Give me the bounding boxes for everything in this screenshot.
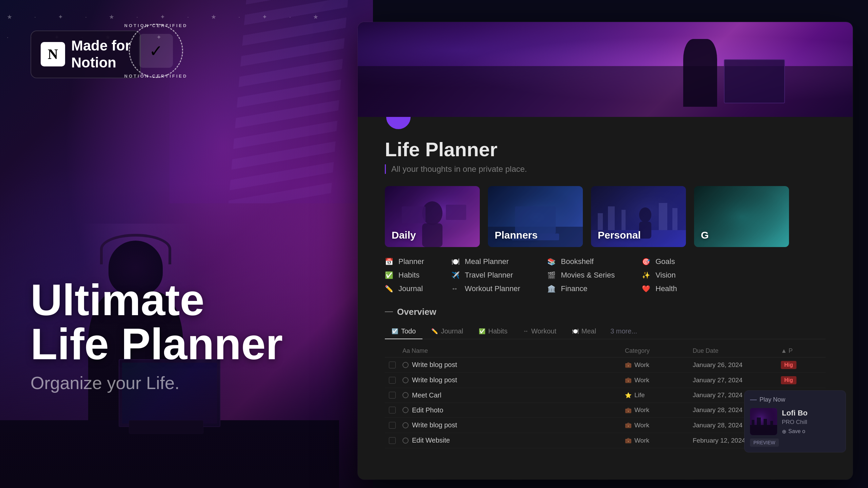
svg-rect-4 <box>446 205 466 220</box>
section-line <box>385 311 393 312</box>
overview-title: Overview <box>397 307 436 317</box>
col-priority-header: ▲ P <box>781 347 822 354</box>
overview-header: Overview <box>385 307 826 317</box>
row-priority-2: Hig <box>781 376 822 384</box>
row-name-5: Write blog post <box>402 421 625 429</box>
link-journal[interactable]: ✏️ Journal <box>385 284 424 293</box>
table-row: Write blog post 💼 Work January 27, 2024 … <box>385 373 826 388</box>
hero-title-block: Ultimate Life Planner Organize your Life… <box>31 278 283 393</box>
nav-card-label-personal: Personal <box>598 229 641 241</box>
table-header: Aa Name Category Due Date ▲ P <box>385 345 826 358</box>
nav-card-personal[interactable]: Personal <box>591 186 686 247</box>
work-icon-2: 💼 <box>625 377 632 383</box>
todo-tab-icon: ☑️ <box>392 328 398 334</box>
nav-card-label-daily: Daily <box>392 229 416 241</box>
tab-journal[interactable]: ✏️ Journal <box>425 324 470 339</box>
row-category-2: 💼 Work <box>625 377 693 384</box>
link-goals[interactable]: 🎯 Goals <box>642 257 677 266</box>
link-bookshelf[interactable]: 📚 Bookshelf <box>547 257 615 266</box>
svg-point-16 <box>639 207 651 222</box>
row-name-3: Meet Carl <box>402 391 625 399</box>
nav-card-daily[interactable]: Daily <box>385 186 480 247</box>
row-checkbox-5[interactable] <box>389 422 396 429</box>
row-name-6: Edit Website <box>402 436 625 444</box>
svg-rect-10 <box>591 186 686 230</box>
link-meal-planner[interactable]: 🍽️ Meal Planner <box>451 257 520 266</box>
link-health[interactable]: ❤️ Health <box>642 284 677 293</box>
tab-workout[interactable]: ↔️ Workout <box>516 324 563 339</box>
play-now-card: Lofi Bo PRO Chill ⊕ Save o <box>750 408 840 435</box>
tab-journal-label: Journal <box>441 327 463 335</box>
album-subtitle: PRO Chill <box>782 419 840 426</box>
travel-icon: ✈️ <box>451 271 461 279</box>
page-cover <box>358 22 853 117</box>
svg-rect-24 <box>764 419 767 427</box>
link-movies[interactable]: 🎬 Movies & Series <box>547 271 615 280</box>
link-planner[interactable]: 📅 Planner <box>385 257 424 266</box>
status-circle-1 <box>402 362 409 368</box>
certified-stamp: NOTION CERTIFIED ✓ NOTION CERTIFIED <box>129 24 183 78</box>
certified-top-label: NOTION CERTIFIED <box>124 23 188 28</box>
row-category-4: 💼 Work <box>625 406 693 414</box>
row-checkbox-3[interactable] <box>389 392 396 399</box>
certified-checkmark: ✓ <box>139 34 173 68</box>
link-meal-label: Meal Planner <box>465 257 509 266</box>
nav-card-label-planners: Planners <box>495 229 538 241</box>
album-info: Lofi Bo PRO Chill ⊕ Save o <box>782 409 840 435</box>
link-workout-planner[interactable]: ↔️ Workout Planner <box>451 284 520 293</box>
tab-habits[interactable]: ✅ Habits <box>472 324 514 339</box>
row-name-1: Write blog post <box>402 361 625 369</box>
svg-rect-13 <box>622 210 626 230</box>
row-checkbox-1[interactable] <box>389 362 396 368</box>
goals-icon: 🎯 <box>642 258 651 266</box>
link-vision[interactable]: ✨ Vision <box>642 271 677 280</box>
save-button[interactable]: ⊕ Save o <box>782 428 840 435</box>
link-travel-label: Travel Planner <box>465 271 513 280</box>
work-icon-5: 💼 <box>625 422 632 428</box>
svg-rect-11 <box>598 213 603 230</box>
vision-icon: ✨ <box>642 271 651 279</box>
page-tagline: All your thoughts in one private place. <box>385 164 826 174</box>
notion-icon: N <box>41 42 65 66</box>
tab-workout-label: Workout <box>531 327 556 335</box>
links-column-goals: 🎯 Goals ✨ Vision ❤️ Health <box>642 257 677 293</box>
album-cover <box>750 408 777 435</box>
link-travel-planner[interactable]: ✈️ Travel Planner <box>451 271 520 280</box>
tab-more[interactable]: 3 more... <box>605 324 643 339</box>
work-icon-1: 💼 <box>625 362 632 368</box>
svg-rect-25 <box>770 421 773 427</box>
svg-rect-12 <box>608 206 615 230</box>
svg-rect-17 <box>639 222 651 239</box>
play-now-line <box>750 400 757 400</box>
cover-monitor <box>724 59 785 103</box>
nav-card-planners[interactable]: Planners <box>488 186 583 247</box>
tab-habits-label: Habits <box>488 327 508 335</box>
link-finance-label: Finance <box>561 284 587 293</box>
play-now-header: Play Now <box>750 396 840 403</box>
row-category-6: 💼 Work <box>625 437 693 444</box>
tab-todo[interactable]: ☑️ Todo <box>385 324 422 339</box>
page-title: Life Planner <box>385 139 826 160</box>
row-category-3: ⭐ Life <box>625 391 693 399</box>
link-health-label: Health <box>655 284 677 293</box>
svg-rect-23 <box>757 418 761 427</box>
bookshelf-icon: 📚 <box>547 258 557 266</box>
meal-tab-icon: 🍽️ <box>572 328 579 334</box>
nav-card-goals[interactable]: G <box>694 186 789 247</box>
link-habits[interactable]: ✅ Habits <box>385 271 424 280</box>
row-checkbox-2[interactable] <box>389 377 396 384</box>
link-goals-label: Goals <box>655 257 675 266</box>
tab-meal-label: Meal <box>581 327 596 335</box>
status-circle-3 <box>402 392 409 398</box>
habits-tab-icon: ✅ <box>479 328 486 334</box>
link-workout-label: Workout Planner <box>465 284 520 293</box>
work-icon-6: 💼 <box>625 437 632 444</box>
link-finance[interactable]: 🏛️ Finance <box>547 284 615 293</box>
tab-meal[interactable]: 🍽️ Meal <box>565 324 603 339</box>
row-checkbox-6[interactable] <box>389 437 396 444</box>
row-category-1: 💼 Work <box>625 361 693 369</box>
row-checkbox-4[interactable] <box>389 407 396 413</box>
row-date-2: January 27, 2024 <box>693 377 781 384</box>
workout-tab-icon: ↔️ <box>523 328 529 334</box>
finance-icon: 🏛️ <box>547 285 557 293</box>
